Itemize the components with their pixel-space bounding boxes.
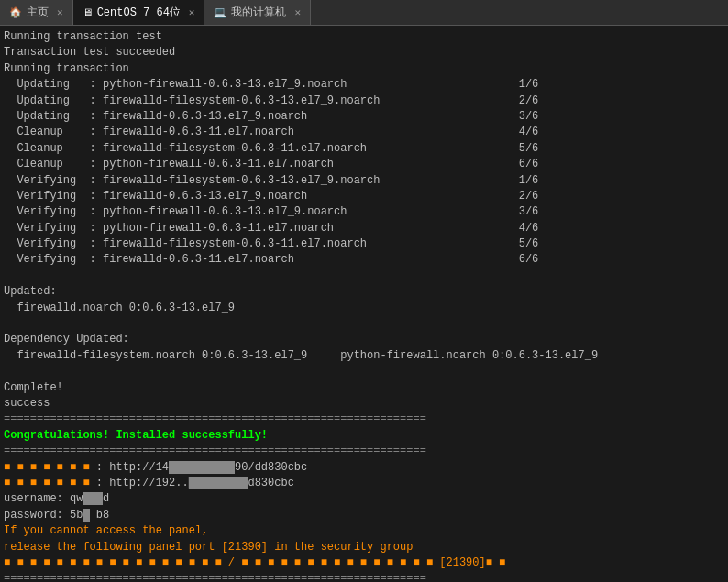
tab-centos[interactable]: 🖥 CentOS 7 64位 ✕ [73,0,205,25]
line-12: Verifying : python-firewall-0.6.3-13.el7… [4,204,724,220]
line-4: Updating : python-firewall-0.6.3-13.el7_… [4,77,724,93]
tab-mycomputer-label: 我的计算机 [231,5,286,20]
tab-home-close[interactable]: ✕ [57,6,63,18]
line-2: Transaction test succeeded [4,45,724,60]
line-updated-pkg: firewalld.noarch 0:0.6.3-13.el7_9 [4,301,724,316]
line-dep: Dependency Updated: [4,332,724,347]
line-6: Updating : firewalld-0.6.3-13.el7_9.noar… [4,109,724,125]
line-blank-3 [4,364,724,379]
line-3: Running transaction [4,61,724,77]
line-complete: Complete! [4,380,724,396]
line-progress: ■ ■ ■ ■ ■ ■ ■ ■ ■ ■ ■ ■ ■ ■ ■ ■ ■ / ■ ■ … [4,555,724,571]
line-13: Verifying : python-firewall-0.6.3-11.el7… [4,221,724,236]
line-8: Cleanup : firewalld-filesystem-0.6.3-11.… [4,141,724,157]
line-15: Verifying : firewalld-0.6.3-11.el7.noarc… [4,252,724,268]
tab-home[interactable]: 🏠 主页 ✕ [0,0,73,25]
tab-bar: 🏠 主页 ✕ 🖥 CentOS 7 64位 ✕ 💻 我的计算机 ✕ [0,0,728,26]
tab-mycomputer-close[interactable]: ✕ [294,6,301,18]
line-url1: ■ ■ ■ ■ ■ ■ ■ : http://14██████████90/dd… [4,460,724,476]
line-1: Running transaction test [4,29,724,45]
line-congrats: Congratulations! Installed successfully! [4,428,724,444]
line-sep-1: ========================================… [4,412,724,427]
line-10: Verifying : firewalld-filesystem-0.6.3-1… [4,173,724,189]
line-warning1: If you cannot access the panel, [4,523,724,539]
line-password: password: 5b█ b8 [4,508,724,523]
mycomputer-icon: 💻 [214,6,226,18]
line-dep-pkg: firewalld-filesystem.noarch 0:0.6.3-13.e… [4,348,724,364]
line-9: Cleanup : python-firewall-0.6.3-11.el7.n… [4,157,724,172]
line-url2: ■ ■ ■ ■ ■ ■ ■ : http://192..█████████d83… [4,476,724,491]
tab-home-label: 主页 [27,5,49,20]
terminal: Running transaction test Transaction tes… [0,26,728,582]
line-updated: Updated: [4,284,724,300]
centos-icon: 🖥 [83,6,93,18]
home-icon: 🏠 [9,6,22,18]
line-11: Verifying : firewalld-0.6.3-13.el7_9.noa… [4,189,724,204]
tab-centos-label: CentOS 7 64位 [97,5,181,20]
tab-centos-close[interactable]: ✕ [189,6,195,18]
line-warning2: release the following panel port [21390]… [4,540,724,555]
line-blank-2 [4,316,724,332]
line-success: success [4,396,724,412]
line-7: Cleanup : firewalld-0.6.3-11.el7.noarch … [4,125,724,140]
line-sep-3: ========================================… [4,571,724,582]
line-sep-2: ========================================… [4,444,724,459]
line-14: Verifying : firewalld-filesystem-0.6.3-1… [4,236,724,252]
line-5: Updating : firewalld-filesystem-0.6.3-13… [4,93,724,109]
line-blank-1 [4,269,724,284]
line-username: username: qw███d [4,491,724,507]
tab-mycomputer[interactable]: 💻 我的计算机 ✕ [204,0,311,25]
